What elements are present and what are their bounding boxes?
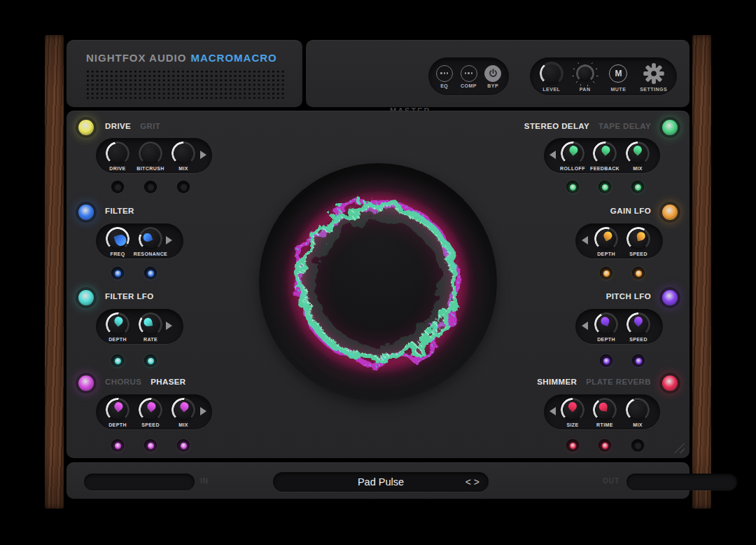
chorus-knob-depth[interactable] <box>106 398 130 422</box>
speaker-grille <box>84 68 285 99</box>
stereo-delay-slot-button-2[interactable] <box>598 181 611 193</box>
gain-lfo-slot-button-2[interactable] <box>632 267 645 280</box>
preset-next-icon[interactable]: > <box>474 477 479 487</box>
gain-lfo-knob-depth[interactable] <box>594 227 618 251</box>
tab-gain-lfo[interactable]: GAIN LFO <box>610 207 651 215</box>
stereo-delay-slot-button-1-dot <box>570 184 576 191</box>
filter-knob-resonance[interactable] <box>139 227 162 251</box>
tab-plate-reverb[interactable]: PLATE REVERB <box>586 378 651 386</box>
level-knob[interactable] <box>540 62 564 85</box>
footer-panel: IN Pad Pulse < > OUT <box>66 462 690 499</box>
tab-shimmer[interactable]: SHIMMER <box>537 378 577 386</box>
master-toggle-byp[interactable]: BYP <box>484 65 501 88</box>
filter-lfo-knob-rate-face <box>141 315 160 334</box>
pan-knob[interactable] <box>576 64 594 83</box>
expand-right-arrow[interactable] <box>166 236 172 244</box>
chorus-knob-speed[interactable] <box>139 398 162 422</box>
gain-lfo-knob-speed-wedge <box>636 231 645 241</box>
chorus-led[interactable] <box>78 375 94 391</box>
shimmer-knob-mix[interactable] <box>626 398 650 422</box>
master-control-settings[interactable]: SETTINGS <box>640 62 667 92</box>
drive-led[interactable] <box>78 120 94 135</box>
chorus-knob-depth-face <box>108 401 127 420</box>
filter-led[interactable] <box>78 205 94 220</box>
pitch-lfo-knob-depth-wedge <box>599 316 610 326</box>
master-control-pan[interactable]: PAN <box>573 62 597 92</box>
tab-phaser[interactable]: PHASER <box>150 378 186 386</box>
tab-stereo-delay[interactable]: STEREO DELAY <box>524 122 589 130</box>
filter-lfo-knob-rate[interactable] <box>139 312 162 336</box>
gain-lfo-slot-button-1[interactable] <box>600 267 612 280</box>
shimmer-knob-group: SIZERTIMEMIX <box>544 394 660 429</box>
gain-lfo-knob-group: DEPTHSPEED <box>575 223 663 258</box>
filter-knob-freq[interactable] <box>106 227 130 251</box>
shimmer-led[interactable] <box>662 375 678 391</box>
drive-knob-drive[interactable] <box>106 142 130 165</box>
master-control-mute[interactable]: MMUTE <box>606 62 630 92</box>
gain-lfo-led[interactable] <box>662 205 678 220</box>
tab-chorus[interactable]: CHORUS <box>105 378 141 386</box>
drive-slot-button-1-dot <box>115 184 121 191</box>
shimmer-knob-size[interactable] <box>561 398 584 422</box>
stereo-delay-slot-button-1[interactable] <box>566 181 579 193</box>
stereo-delay-slot-button-3[interactable] <box>631 181 644 193</box>
stereo-delay-knob-rolloff[interactable] <box>561 142 584 165</box>
drive-knob-bitcrush[interactable] <box>139 142 162 165</box>
pitch-lfo-slot-button-1[interactable] <box>600 354 612 367</box>
tab-grit[interactable]: GRIT <box>140 122 160 130</box>
filter-lfo-slot-button-2[interactable] <box>144 354 157 367</box>
drive-slot-button-3[interactable] <box>177 181 190 193</box>
tab-tape-delay[interactable]: TAPE DELAY <box>598 122 651 130</box>
shimmer-slot-button-1[interactable] <box>566 439 579 452</box>
expand-right-arrow[interactable] <box>200 151 206 159</box>
tab-pitch-lfo[interactable]: PITCH LFO <box>606 292 651 301</box>
output-label: OUT <box>603 477 620 485</box>
expand-left-arrow[interactable] <box>550 151 556 159</box>
shimmer-slot-button-2[interactable] <box>598 439 611 452</box>
stereo-delay-knob-feedback[interactable] <box>593 142 617 165</box>
preset-selector[interactable]: Pad Pulse < > <box>273 472 489 492</box>
brand-title: NIGHTFOX AUDIOMACROMACRO <box>86 52 277 64</box>
expand-right-arrow[interactable] <box>200 407 206 415</box>
filter-slot-button-2[interactable] <box>144 267 157 280</box>
stereo-delay-knob-mix[interactable] <box>626 142 650 165</box>
holder <box>540 62 564 85</box>
brand-panel: NIGHTFOX AUDIOMACROMACRO <box>66 40 302 107</box>
pitch-lfo-slot-button-2[interactable] <box>632 354 645 367</box>
tab-drive[interactable]: DRIVE <box>105 122 131 130</box>
chorus-slot-button-2[interactable] <box>144 439 157 452</box>
expand-left-arrow[interactable] <box>582 322 588 330</box>
shimmer-slot-button-3[interactable] <box>631 439 644 452</box>
gain-lfo-knob-speed[interactable] <box>626 227 650 251</box>
filter-slot-button-1[interactable] <box>111 267 124 280</box>
preset-prev-icon[interactable]: < <box>465 477 471 487</box>
master-toggle-eq[interactable]: EQ <box>436 65 453 88</box>
chorus-slot-button-2-dot <box>148 443 154 449</box>
drive-slot-button-1[interactable] <box>111 181 124 193</box>
stereo-delay-knob-rolloff-pointer <box>564 144 582 163</box>
tab-filter[interactable]: FILTER <box>105 207 134 215</box>
expand-right-arrow[interactable] <box>166 322 172 330</box>
master-control-level[interactable]: LEVEL <box>540 62 564 92</box>
drive-knob-mix[interactable] <box>172 142 195 165</box>
chorus-knob-mix[interactable] <box>172 398 195 422</box>
filter-lfo-knob-depth[interactable] <box>106 312 130 336</box>
shimmer-knob-rtime[interactable] <box>593 398 617 422</box>
filter-lfo-slot-button-1[interactable] <box>111 354 124 367</box>
pitch-lfo-knob-speed[interactable] <box>626 312 650 336</box>
master-toggle-comp[interactable]: COMP <box>461 65 477 88</box>
stereo-delay-led[interactable] <box>662 120 678 135</box>
pitch-lfo-knob-depth[interactable] <box>594 312 618 336</box>
expand-left-arrow[interactable] <box>550 407 556 415</box>
chorus-slot-button-3-dot <box>181 443 187 449</box>
chorus-knob-speed-wedge <box>145 401 157 413</box>
filter-lfo-led[interactable] <box>78 290 94 305</box>
chorus-slot-button-3[interactable] <box>177 439 190 452</box>
ellipsis-icon <box>436 65 453 82</box>
chorus-slot-button-1[interactable] <box>111 439 124 452</box>
tab-filter-lfo[interactable]: FILTER LFO <box>105 292 154 301</box>
expand-left-arrow[interactable] <box>582 236 588 244</box>
chorus-knob-speed-face <box>141 401 160 420</box>
drive-slot-button-2[interactable] <box>144 181 157 193</box>
pitch-lfo-led[interactable] <box>662 290 678 305</box>
